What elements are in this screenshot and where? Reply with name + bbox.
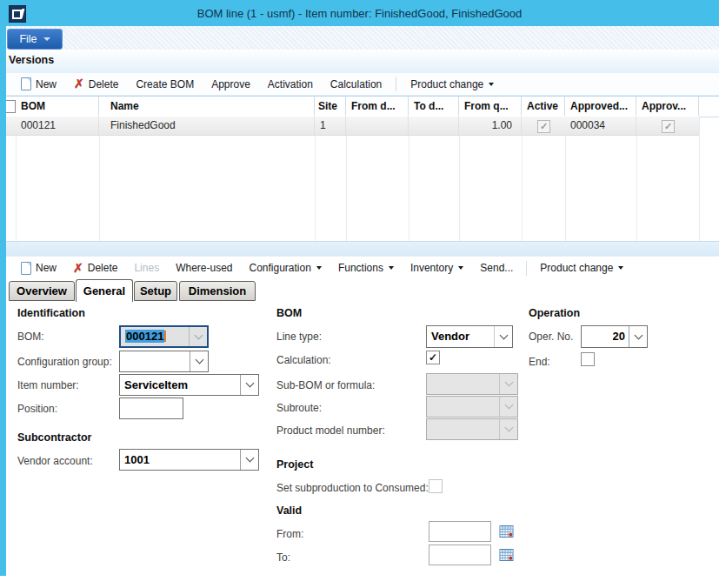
chevron-down-icon (618, 266, 623, 270)
toolbar-separator (526, 261, 527, 276)
calendar-icon[interactable] (499, 548, 514, 562)
product-change-menu-button[interactable]: Product change (410, 78, 494, 90)
cell-approved-checkbox: ✓ (662, 120, 675, 133)
dropdown-arrow[interactable] (190, 351, 208, 371)
chevron-down-icon (504, 401, 513, 410)
cell-from-date (346, 117, 409, 135)
lines-button: Lines (134, 262, 159, 274)
position-input[interactable] (119, 398, 183, 419)
new-version-button[interactable]: New (21, 77, 57, 90)
tab-general[interactable]: General (76, 279, 133, 302)
subroute-value (427, 397, 499, 417)
tab-overview[interactable]: Overview (9, 281, 75, 301)
bom-group-title: BOM (276, 307, 302, 319)
chevron-down-icon (194, 331, 203, 339)
line-type-combobox[interactable]: Vendor (426, 325, 513, 348)
vendor-account-value: 1001 (120, 450, 240, 470)
end-label: End: (529, 356, 550, 368)
cell-name: FinishedGood (99, 117, 315, 135)
activation-button[interactable]: Activation (268, 78, 313, 90)
panel-splitter[interactable] (0, 241, 719, 257)
column-header-approved[interactable]: Approv... (636, 97, 699, 116)
inventory-menu-button[interactable]: Inventory (410, 262, 463, 274)
file-menu-button[interactable]: File (7, 29, 63, 50)
item-number-combobox[interactable]: ServiceItem (119, 374, 259, 396)
new-label: New (36, 262, 57, 274)
calculation-label: Calculation (330, 78, 382, 90)
subcontractor-group-title: Subcontractor (17, 431, 91, 444)
file-menu-label: File (19, 33, 37, 45)
bom-combobox[interactable]: 000121 (119, 325, 209, 348)
versions-grid: BOM Name Site From d... To d... From q..… (0, 96, 719, 242)
general-tab-form: Identification BOM: 000121 Configuration… (0, 302, 719, 588)
chevron-down-icon (504, 424, 513, 432)
calendar-icon[interactable] (499, 525, 514, 538)
calculation-checkbox[interactable]: ✓ (426, 351, 440, 364)
functions-menu-button[interactable]: Functions (338, 262, 394, 274)
operation-group-title: Operation (529, 307, 580, 319)
chevron-down-icon (458, 266, 463, 270)
dropdown-arrow[interactable] (189, 327, 207, 346)
dropdown-arrow (499, 397, 517, 417)
column-header-from-qty[interactable]: From q... (459, 97, 522, 116)
titlebar: BOM line (1 - usmf) - Item number: Finis… (0, 0, 719, 26)
app-icon (9, 5, 26, 23)
product-model-label: Product model number: (276, 424, 385, 437)
activation-label: Activation (268, 78, 313, 90)
valid-from-input[interactable] (429, 521, 491, 542)
chevron-down-icon (499, 331, 508, 339)
column-header-from-date[interactable]: From d... (346, 97, 409, 116)
bom-line-window: BOM line (1 - usmf) - Item number: Finis… (0, 0, 719, 588)
valid-to-label: To: (276, 551, 290, 564)
chevron-down-icon (634, 331, 642, 339)
valid-to-input[interactable] (429, 545, 491, 565)
delete-line-button[interactable]: ✗ Delete (73, 262, 117, 274)
column-header-name[interactable]: Name (99, 97, 315, 116)
delete-x-icon: ✗ (73, 263, 83, 274)
send-label: Send... (480, 262, 513, 274)
oper-no-combobox[interactable]: 20 (581, 325, 648, 348)
column-header-bom[interactable]: BOM (16, 97, 99, 116)
create-bom-button[interactable]: Create BOM (136, 78, 194, 90)
dropdown-arrow[interactable] (629, 326, 647, 347)
end-checkbox[interactable] (581, 352, 595, 366)
product-change-menu-button[interactable]: Product change (540, 262, 623, 274)
menubar: File (0, 26, 719, 50)
versions-title: Versions (9, 54, 54, 66)
configuration-menu-button[interactable]: Configuration (250, 262, 322, 274)
dropdown-arrow[interactable] (494, 326, 512, 347)
delete-label: Delete (89, 78, 119, 90)
chevron-down-icon (504, 378, 513, 387)
approve-button[interactable]: Approve (211, 78, 250, 90)
column-header-to-date[interactable]: To d... (409, 97, 459, 116)
functions-label: Functions (338, 262, 383, 274)
send-button[interactable]: Send... (480, 262, 513, 274)
configuration-group-value (120, 351, 190, 371)
tab-setup[interactable]: Setup (134, 281, 177, 301)
version-row[interactable]: 000121 FinishedGood 1 1.00 ✓ 000034 ✓ (0, 117, 699, 136)
configuration-group-combobox[interactable] (119, 351, 209, 372)
column-header-site[interactable]: Site (315, 97, 346, 116)
window-left-border (0, 26, 6, 576)
cell-approved-by: 000034 (565, 117, 636, 135)
vendor-account-combobox[interactable]: 1001 (119, 449, 259, 471)
column-header-active[interactable]: Active (522, 97, 565, 116)
calculation-button[interactable]: Calculation (330, 78, 382, 90)
grid-header: BOM Name Site From d... To d... From q..… (0, 97, 719, 117)
toolbar-separator (396, 77, 396, 91)
approve-label: Approve (211, 78, 250, 90)
chevron-down-icon (43, 37, 50, 41)
delete-version-button[interactable]: ✗ Delete (74, 78, 118, 90)
new-line-button[interactable]: New (21, 262, 57, 275)
where-used-label: Where-used (176, 262, 232, 274)
chevron-down-icon (195, 356, 203, 364)
subroute-combobox (426, 396, 518, 418)
column-header-approved-by[interactable]: Approved... (565, 97, 636, 116)
dropdown-arrow[interactable] (240, 375, 258, 395)
where-used-button[interactable]: Where-used (176, 262, 232, 274)
dropdown-arrow[interactable] (240, 450, 258, 470)
cell-site: 1 (315, 117, 346, 135)
oper-no-label: Oper. No. (529, 331, 573, 343)
tab-dimension[interactable]: Dimension (179, 281, 256, 301)
line-type-value: Vendor (427, 326, 494, 347)
